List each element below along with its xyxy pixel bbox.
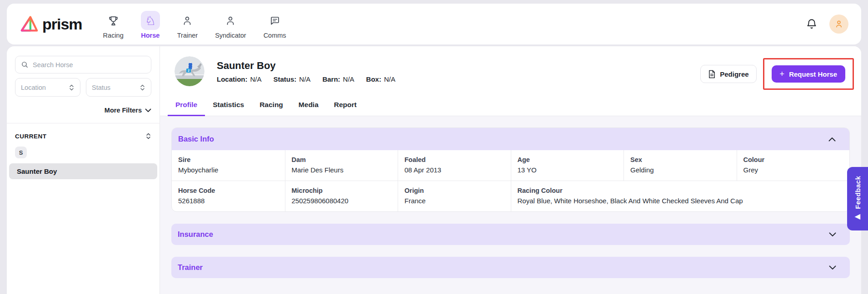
chevron-down-icon[interactable] <box>829 232 836 237</box>
feedback-label: Feedback <box>854 176 862 209</box>
tab-media[interactable]: Media <box>291 95 326 116</box>
tab-statistics[interactable]: Statistics <box>205 95 252 116</box>
basic-info-row-2: Horse Code 5261888 Microchip 25025980608… <box>172 181 849 211</box>
notifications-bell-icon[interactable] <box>806 18 818 30</box>
feedback-arrow-icon: ▶ <box>853 213 862 221</box>
header-actions: Pedigree + Request Horse <box>700 58 850 90</box>
chevron-down-icon[interactable] <box>829 265 836 270</box>
meta-label: Location: <box>217 75 248 83</box>
person-icon <box>182 12 193 30</box>
meta-label: Status: <box>274 75 297 83</box>
nav-item-comms[interactable]: Comms <box>264 9 286 39</box>
field-dam: Dam Marie Des Fleurs <box>285 150 398 181</box>
primary-nav: Racing ♘ Horse Trainer Syndicator <box>103 9 286 39</box>
nav-label: Racing <box>103 32 124 39</box>
nav-label: Comms <box>264 32 286 39</box>
trophy-icon <box>108 12 119 30</box>
search-input[interactable] <box>33 61 145 69</box>
profile-sections: Basic Info Sire Myboycharlie Dam Mari <box>160 116 861 294</box>
meta-value: N/A <box>343 75 354 83</box>
meta-label: Barn: <box>322 75 340 83</box>
insurance-section-header[interactable]: Insurance <box>171 224 850 245</box>
trainer-section-header[interactable]: Trainer <box>171 257 850 278</box>
chevron-updown-icon <box>69 84 75 91</box>
chevron-down-icon <box>145 108 151 113</box>
group-title: CURRENT <box>15 133 47 140</box>
meta-value: N/A <box>250 75 262 83</box>
plus-icon: + <box>780 70 785 78</box>
nav-item-racing[interactable]: Racing <box>103 9 124 39</box>
nav-label: Trainer <box>177 32 198 39</box>
person-icon <box>225 12 236 30</box>
meta-value: N/A <box>299 75 310 83</box>
user-avatar[interactable] <box>829 15 848 34</box>
svg-text:2: 2 <box>188 69 190 72</box>
field-sex: Sex Gelding <box>624 150 737 181</box>
basic-info-card: Basic Info Sire Myboycharlie Dam Mari <box>171 127 850 212</box>
tab-racing[interactable]: Racing <box>252 95 291 116</box>
basic-info-row-1: Sire Myboycharlie Dam Marie Des Fleurs F… <box>172 150 849 181</box>
field-origin: Origin France <box>398 181 511 211</box>
meta-label: Box: <box>366 75 381 83</box>
document-icon <box>708 70 716 78</box>
search-icon <box>21 61 29 69</box>
alpha-group-badge: S <box>15 147 27 158</box>
field-microchip: Microchip 250259806080420 <box>285 181 398 211</box>
horse-photo-avatar: 2 <box>175 56 205 86</box>
nav-item-syndicator[interactable]: Syndicator <box>215 9 246 39</box>
status-filter-select[interactable]: Status <box>86 78 151 97</box>
field-colour: Colour Grey <box>737 150 850 181</box>
top-navigation-bar: prism Racing ♘ Horse <box>7 4 861 44</box>
nav-label: Horse <box>141 32 160 39</box>
basic-info-header[interactable]: Basic Info <box>172 128 849 150</box>
nav-item-horse[interactable]: ♘ Horse <box>141 9 160 39</box>
horse-name-title: Saunter Boy <box>217 60 395 72</box>
prism-logo[interactable]: prism <box>19 15 82 34</box>
prism-logo-icon <box>19 15 40 34</box>
sort-toggle-icon[interactable] <box>145 132 151 140</box>
horse-meta-row: Location:N/A Status:N/A Barn:N/A Box:N/A <box>217 75 395 83</box>
current-group-header: CURRENT <box>15 132 151 140</box>
horse-profile-main: 2 Saunter Boy Location:N/A Status:N/A Ba… <box>160 46 861 294</box>
profile-tabs: Profile Statistics Racing Media Report <box>160 95 861 116</box>
nav-label: Syndicator <box>215 32 246 39</box>
location-filter-select[interactable]: Location <box>15 78 80 97</box>
tab-report[interactable]: Report <box>326 95 364 116</box>
field-horse-code: Horse Code 5261888 <box>172 181 285 211</box>
field-sire: Sire Myboycharlie <box>172 150 285 181</box>
chat-icon <box>269 12 280 30</box>
red-annotation-box: + Request Horse <box>763 58 854 90</box>
pedigree-button[interactable]: Pedigree <box>700 65 756 83</box>
chevron-up-icon[interactable] <box>828 137 836 142</box>
feedback-tab[interactable]: ▶ Feedback <box>847 167 868 230</box>
filter-row: Location Status <box>15 78 151 97</box>
logo-wordmark: prism <box>42 15 82 33</box>
horse-icon: ♘ <box>141 11 160 30</box>
meta-value: N/A <box>384 75 395 83</box>
sidebar-divider <box>7 123 160 123</box>
nav-item-trainer[interactable]: Trainer <box>177 9 198 39</box>
sidebar-horse-item-saunter-boy[interactable]: Saunter Boy <box>9 163 157 179</box>
search-box <box>15 56 151 74</box>
tab-profile[interactable]: Profile <box>168 95 205 116</box>
more-filters-button[interactable]: More Filters <box>105 107 151 114</box>
horse-header: 2 Saunter Boy Location:N/A Status:N/A Ba… <box>160 46 861 90</box>
horse-list-sidebar: Location Status More Filters <box>7 46 160 294</box>
request-horse-button[interactable]: + Request Horse <box>772 65 845 83</box>
field-foaled: Foaled 08 Apr 2013 <box>398 150 511 181</box>
field-racing-colour: Racing Colour Royal Blue, White Horsesho… <box>511 181 850 211</box>
content-panel: Location Status More Filters <box>7 46 861 294</box>
field-age: Age 13 YO <box>511 150 624 181</box>
chevron-updown-icon <box>140 84 145 91</box>
